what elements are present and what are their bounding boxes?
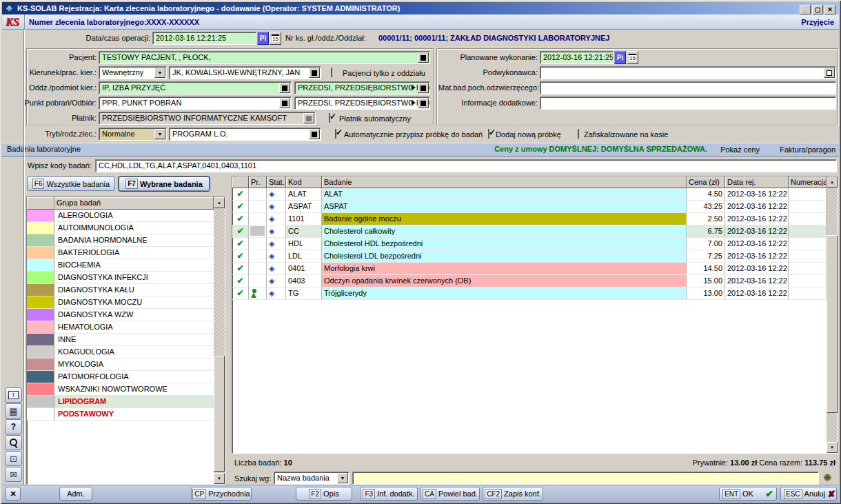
group-row[interactable]: BIOCHEMIA <box>27 259 214 272</box>
collect-lookup-button[interactable] <box>279 98 290 108</box>
collect-entity-field[interactable]: PRZEDSI, PRZEDSIĘBIORSTWO INFORM. ▶ <box>294 97 430 110</box>
group-row[interactable]: PODSTAWOWY <box>27 408 214 421</box>
mail-tool-button[interactable]: ✉ <box>5 467 22 482</box>
subcontractor-field[interactable] <box>540 66 836 79</box>
save-config-button[interactable]: CF2 Zapis konf. <box>483 487 543 501</box>
group-row[interactable]: MYKOLOGIA <box>27 359 214 371</box>
scroll-down-icon[interactable]: ▼ <box>827 442 838 453</box>
col-data-header[interactable]: Data rej. <box>725 177 789 188</box>
group-row[interactable]: WSKAŹNIKI NOWOTWOROWE <box>27 383 214 396</box>
maximize-button[interactable]: ▢ <box>812 5 823 14</box>
group-row[interactable]: KOAGUOLOGIA <box>27 346 214 359</box>
duplicate-test-button[interactable]: CA Powiel bad. <box>420 487 480 501</box>
codes-input[interactable]: CC,HDL,LDL,TG,ALAT,ASPAT,0401,0403,1101 <box>95 159 837 172</box>
all-tests-button[interactable]: F6 Wszystkie badania <box>27 177 115 191</box>
col-badanie-header[interactable]: Badanie <box>322 177 687 188</box>
calculator-tool-button[interactable]: ▦ <box>5 403 22 419</box>
direction-lookup-button[interactable] <box>309 68 320 78</box>
clinic-button[interactable]: CP Przychodnia <box>191 487 252 501</box>
test-row[interactable]: ✔ ◈ LDL Cholesterol LDL bezpośredni 7.25… <box>232 250 838 263</box>
test-row[interactable]: ✔ ◈ 0403 Odczyn opadania krwinek czerwon… <box>232 275 838 288</box>
close-panel-button[interactable]: ✕ <box>6 487 21 501</box>
close-button[interactable]: ✕ <box>824 5 835 14</box>
unit-lookup-button[interactable] <box>279 83 290 93</box>
group-row[interactable]: HEMATOLOGIA <box>27 321 214 334</box>
order-type-dropdown-icon[interactable]: ▼ <box>154 129 165 139</box>
group-row[interactable]: DIAGNOSTYKA MOCZU <box>27 296 214 309</box>
direction-field[interactable]: JK, KOWALSKI-WEWNĘTRZNY, JAN <box>169 66 321 79</box>
animal-material-field[interactable] <box>540 81 836 94</box>
group-row[interactable]: ALERGOLOGIA <box>27 210 214 222</box>
test-row[interactable]: ✔ ◈ ASPAT ASPAT 43.25 2012-03-16 12:22 <box>232 201 838 213</box>
payer-field[interactable]: PRZEDSIĘBIORSTWO INFORMATYCZNE KAMSOFT <box>99 112 316 125</box>
planned-calendar-button[interactable]: 15 <box>627 51 638 64</box>
payer-lookup-button[interactable] <box>303 113 314 123</box>
unit-entity-lookup-button[interactable] <box>418 83 429 93</box>
adm-button[interactable]: Adm. <box>59 487 92 501</box>
ok-button[interactable]: ENT OK ✔ <box>719 487 777 501</box>
accept-tab[interactable]: Przyjęcie <box>801 18 834 26</box>
group-row[interactable]: INNE <box>27 334 214 346</box>
selected-tests-button[interactable]: F7 Wybrane badania <box>119 177 210 191</box>
group-row[interactable]: DIAGNOSTYKA WZW <box>27 309 214 321</box>
search-mode-combo[interactable]: Nazwa badania ▼ <box>274 472 349 485</box>
col-numeracja-header[interactable]: Numeracja <box>789 177 827 188</box>
planned-field[interactable]: 2012-03-16 12:21:25 <box>540 51 614 64</box>
payer-auto-checkbox[interactable] <box>329 113 330 123</box>
search-input[interactable] <box>352 472 819 485</box>
group-row[interactable]: LIPIDOGRAM <box>27 396 214 408</box>
auto-sample-checkbox[interactable] <box>335 129 336 139</box>
subcontractor-lookup-button[interactable] <box>824 68 835 78</box>
col-cena-header[interactable]: Cena (zł) <box>687 177 725 188</box>
fiscal-checkbox[interactable] <box>578 129 579 139</box>
patient-lookup-button[interactable] <box>418 52 429 63</box>
picture-tool-button[interactable]: ⊡ <box>5 451 22 466</box>
tests-scrollbar[interactable]: ▲ ▼ <box>827 177 838 453</box>
monitor-tool-button[interactable]: 1 <box>5 387 22 403</box>
pi-button[interactable]: Pi <box>257 32 269 45</box>
test-row[interactable]: ✔ ◈ 1101 Badanie ogólne moczu 2.50 2012-… <box>232 213 838 225</box>
col-pr-header[interactable]: Pr. <box>249 177 267 188</box>
minimize-button[interactable]: _ <box>800 5 811 14</box>
group-name-header[interactable]: Grupa badań <box>54 197 214 210</box>
program-field[interactable]: PROGRAM L.O. <box>169 128 321 141</box>
gear-icon[interactable]: ✺ <box>823 472 832 483</box>
groups-scroll-thumb[interactable] <box>214 356 225 472</box>
order-type-combo[interactable]: Normalne ▼ <box>99 128 167 141</box>
groups-scrollbar[interactable]: ▲ ▼ <box>214 197 225 484</box>
collect-entity-lookup-button[interactable] <box>418 98 429 108</box>
group-row[interactable]: BADANIA HORMONALNE <box>27 234 214 247</box>
test-row[interactable]: ✔ ◈ ALAT ALAT 4.50 2012-03-16 12:22 <box>232 188 838 201</box>
new-sample-checkbox[interactable] <box>488 129 489 139</box>
title-bar[interactable]: KS-SOLAB Rejestracja: Karta zlecenia lab… <box>2 2 839 14</box>
description-button[interactable]: F2 Opis <box>296 487 352 501</box>
search-tool-button[interactable] <box>5 435 22 450</box>
scroll-up-icon[interactable]: ▲ <box>214 197 225 208</box>
direction-mode-dropdown-icon[interactable]: ▼ <box>154 68 165 78</box>
additional-info-button[interactable]: F3 Inf. dodatk. <box>360 487 418 501</box>
col-confirm-header[interactable] <box>232 177 249 188</box>
operation-date-field[interactable]: 2012-03-16 12:21:25 <box>152 32 256 45</box>
calendar-button[interactable]: 15 <box>270 32 281 45</box>
test-row[interactable]: ✔ ◈ TG Trójglicerydy 13.00 2012-03-16 12… <box>232 288 838 300</box>
unit-field[interactable]: IP, IZBA PRZYJĘĆ <box>99 81 292 94</box>
scroll-up-icon[interactable]: ▲ <box>827 177 838 188</box>
program-lookup-button[interactable] <box>309 129 320 139</box>
cancel-button[interactable]: ESC Anuluj ✘ <box>780 487 837 501</box>
col-stat-header[interactable]: Stat. <box>267 177 286 188</box>
direction-mode-combo[interactable]: Wewnętrzny ▼ <box>99 66 167 79</box>
group-row[interactable]: AUTOIMMUNOLOGIA <box>27 222 214 234</box>
test-row[interactable]: ✔ ◈ HDL Cholesterol HDL bezpośredni 7.00… <box>232 238 838 250</box>
unit-entity-field[interactable]: PRZEDSI, PRZEDSIĘBIORSTWO INFORM. ▶ <box>294 81 430 94</box>
group-swatch-header[interactable] <box>27 197 54 210</box>
group-row[interactable]: PATOMORFOLOGIA <box>27 371 214 383</box>
patients-only-checkbox[interactable] <box>331 68 332 77</box>
group-row[interactable]: DIAGNOSTYKA INFEKCJI <box>27 272 214 284</box>
test-row[interactable]: ✔ ◈ CC Cholesterol całkowity 6.75 2012-0… <box>232 225 838 238</box>
group-row[interactable]: DIAGNOSTYKA KAŁU <box>27 284 214 296</box>
search-mode-dropdown-icon[interactable]: ▼ <box>337 473 348 483</box>
planned-pi-button[interactable]: Pi <box>614 51 626 64</box>
patient-field[interactable]: TESTOWY PACJENT, , PŁOCK, <box>99 51 430 64</box>
tests-scroll-thumb[interactable] <box>827 235 838 413</box>
group-row[interactable]: BAKTERIOLOGIA <box>27 247 214 259</box>
